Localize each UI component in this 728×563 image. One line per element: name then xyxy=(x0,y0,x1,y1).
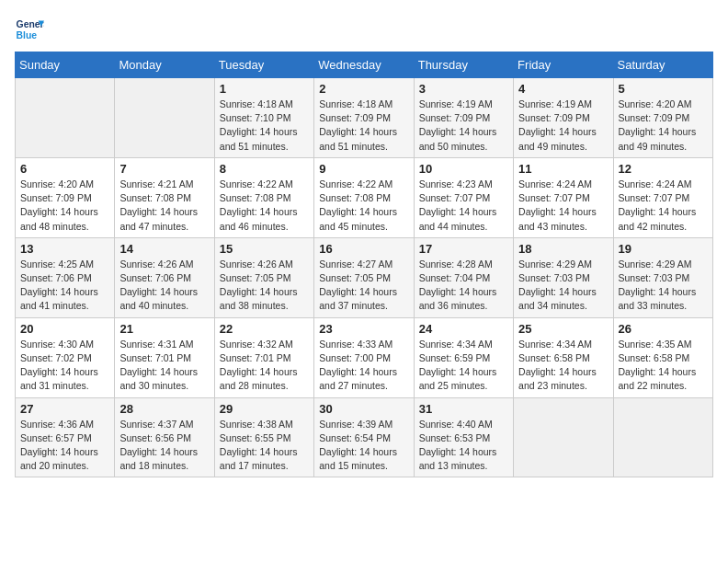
weekday-header-friday: Friday xyxy=(514,52,613,78)
calendar-cell: 10Sunrise: 4:23 AMSunset: 7:07 PMDayligh… xyxy=(414,157,513,237)
calendar-cell: 1Sunrise: 4:18 AMSunset: 7:10 PMDaylight… xyxy=(214,78,313,158)
day-number: 27 xyxy=(20,402,109,416)
logo-icon: General Blue xyxy=(15,15,44,44)
weekday-header-saturday: Saturday xyxy=(613,52,712,78)
day-info: Sunrise: 4:36 AMSunset: 6:57 PMDaylight:… xyxy=(20,418,109,474)
calendar-cell: 22Sunrise: 4:32 AMSunset: 7:01 PMDayligh… xyxy=(214,317,313,397)
calendar-table: SundayMondayTuesdayWednesdayThursdayFrid… xyxy=(15,52,713,477)
week-row-2: 6Sunrise: 4:20 AMSunset: 7:09 PMDaylight… xyxy=(16,157,713,237)
calendar-cell: 6Sunrise: 4:20 AMSunset: 7:09 PMDaylight… xyxy=(16,157,115,237)
calendar-cell: 25Sunrise: 4:34 AMSunset: 6:58 PMDayligh… xyxy=(514,317,613,397)
day-number: 21 xyxy=(119,322,209,336)
calendar-cell: 4Sunrise: 4:19 AMSunset: 7:09 PMDaylight… xyxy=(514,78,613,158)
calendar-cell: 8Sunrise: 4:22 AMSunset: 7:08 PMDaylight… xyxy=(214,157,313,237)
svg-text:Blue: Blue xyxy=(17,30,38,40)
page-header: General Blue xyxy=(15,15,713,44)
calendar-cell: 30Sunrise: 4:39 AMSunset: 6:54 PMDayligh… xyxy=(314,397,414,477)
day-info: Sunrise: 4:22 AMSunset: 7:08 PMDaylight:… xyxy=(220,178,309,234)
day-number: 23 xyxy=(319,322,408,336)
calendar-cell: 28Sunrise: 4:37 AMSunset: 6:56 PMDayligh… xyxy=(115,397,214,477)
calendar-cell xyxy=(115,78,214,158)
day-number: 29 xyxy=(220,402,309,416)
day-number: 9 xyxy=(319,162,408,176)
day-number: 1 xyxy=(220,82,309,96)
logo: General Blue xyxy=(15,15,44,44)
day-info: Sunrise: 4:23 AMSunset: 7:07 PMDaylight:… xyxy=(419,178,508,234)
weekday-header-sunday: Sunday xyxy=(16,52,115,78)
calendar-cell: 2Sunrise: 4:18 AMSunset: 7:09 PMDaylight… xyxy=(314,78,414,158)
day-info: Sunrise: 4:26 AMSunset: 7:06 PMDaylight:… xyxy=(119,258,209,314)
calendar-cell: 15Sunrise: 4:26 AMSunset: 7:05 PMDayligh… xyxy=(214,237,313,317)
day-info: Sunrise: 4:22 AMSunset: 7:08 PMDaylight:… xyxy=(319,178,408,234)
week-row-5: 27Sunrise: 4:36 AMSunset: 6:57 PMDayligh… xyxy=(16,397,713,477)
calendar-cell: 31Sunrise: 4:40 AMSunset: 6:53 PMDayligh… xyxy=(414,397,513,477)
day-info: Sunrise: 4:35 AMSunset: 6:58 PMDaylight:… xyxy=(619,338,708,394)
day-number: 14 xyxy=(119,242,209,256)
day-info: Sunrise: 4:40 AMSunset: 6:53 PMDaylight:… xyxy=(419,418,508,474)
day-number: 5 xyxy=(619,82,708,96)
day-info: Sunrise: 4:21 AMSunset: 7:08 PMDaylight:… xyxy=(119,178,209,234)
day-info: Sunrise: 4:29 AMSunset: 7:03 PMDaylight:… xyxy=(518,258,608,314)
week-row-1: 1Sunrise: 4:18 AMSunset: 7:10 PMDaylight… xyxy=(16,78,713,158)
calendar-cell: 18Sunrise: 4:29 AMSunset: 7:03 PMDayligh… xyxy=(514,237,613,317)
week-row-3: 13Sunrise: 4:25 AMSunset: 7:06 PMDayligh… xyxy=(16,237,713,317)
calendar-cell: 29Sunrise: 4:38 AMSunset: 6:55 PMDayligh… xyxy=(214,397,313,477)
weekday-header-row: SundayMondayTuesdayWednesdayThursdayFrid… xyxy=(16,52,713,78)
day-info: Sunrise: 4:18 AMSunset: 7:10 PMDaylight:… xyxy=(220,98,309,154)
day-number: 28 xyxy=(119,402,209,416)
day-number: 30 xyxy=(319,402,408,416)
weekday-header-wednesday: Wednesday xyxy=(314,52,414,78)
calendar-cell: 23Sunrise: 4:33 AMSunset: 7:00 PMDayligh… xyxy=(314,317,414,397)
calendar-cell xyxy=(16,78,115,158)
calendar-cell: 17Sunrise: 4:28 AMSunset: 7:04 PMDayligh… xyxy=(414,237,513,317)
calendar-cell: 21Sunrise: 4:31 AMSunset: 7:01 PMDayligh… xyxy=(115,317,214,397)
day-number: 6 xyxy=(20,162,109,176)
calendar-cell: 19Sunrise: 4:29 AMSunset: 7:03 PMDayligh… xyxy=(613,237,712,317)
day-info: Sunrise: 4:19 AMSunset: 7:09 PMDaylight:… xyxy=(419,98,508,154)
day-number: 19 xyxy=(619,242,708,256)
day-number: 7 xyxy=(119,162,209,176)
calendar-cell xyxy=(613,397,712,477)
day-number: 24 xyxy=(419,322,508,336)
day-number: 11 xyxy=(518,162,608,176)
calendar-cell: 16Sunrise: 4:27 AMSunset: 7:05 PMDayligh… xyxy=(314,237,414,317)
day-number: 3 xyxy=(419,82,508,96)
calendar-cell: 14Sunrise: 4:26 AMSunset: 7:06 PMDayligh… xyxy=(115,237,214,317)
day-number: 15 xyxy=(220,242,309,256)
calendar-cell: 13Sunrise: 4:25 AMSunset: 7:06 PMDayligh… xyxy=(16,237,115,317)
day-info: Sunrise: 4:26 AMSunset: 7:05 PMDaylight:… xyxy=(220,258,309,314)
day-number: 25 xyxy=(518,322,608,336)
day-info: Sunrise: 4:32 AMSunset: 7:01 PMDaylight:… xyxy=(220,338,309,394)
day-info: Sunrise: 4:25 AMSunset: 7:06 PMDaylight:… xyxy=(20,258,109,314)
day-number: 26 xyxy=(619,322,708,336)
day-number: 12 xyxy=(619,162,708,176)
day-info: Sunrise: 4:39 AMSunset: 6:54 PMDaylight:… xyxy=(319,418,408,474)
day-number: 22 xyxy=(220,322,309,336)
day-number: 20 xyxy=(20,322,109,336)
day-number: 2 xyxy=(319,82,408,96)
calendar-cell xyxy=(514,397,613,477)
day-info: Sunrise: 4:27 AMSunset: 7:05 PMDaylight:… xyxy=(319,258,408,314)
day-number: 4 xyxy=(518,82,608,96)
week-row-4: 20Sunrise: 4:30 AMSunset: 7:02 PMDayligh… xyxy=(16,317,713,397)
day-info: Sunrise: 4:31 AMSunset: 7:01 PMDaylight:… xyxy=(119,338,209,394)
calendar-cell: 12Sunrise: 4:24 AMSunset: 7:07 PMDayligh… xyxy=(613,157,712,237)
day-number: 17 xyxy=(419,242,508,256)
calendar-cell: 11Sunrise: 4:24 AMSunset: 7:07 PMDayligh… xyxy=(514,157,613,237)
day-info: Sunrise: 4:34 AMSunset: 6:58 PMDaylight:… xyxy=(518,338,608,394)
day-info: Sunrise: 4:19 AMSunset: 7:09 PMDaylight:… xyxy=(518,98,608,154)
day-info: Sunrise: 4:20 AMSunset: 7:09 PMDaylight:… xyxy=(20,178,109,234)
calendar-cell: 24Sunrise: 4:34 AMSunset: 6:59 PMDayligh… xyxy=(414,317,513,397)
day-info: Sunrise: 4:20 AMSunset: 7:09 PMDaylight:… xyxy=(619,98,708,154)
day-info: Sunrise: 4:24 AMSunset: 7:07 PMDaylight:… xyxy=(619,178,708,234)
weekday-header-tuesday: Tuesday xyxy=(214,52,313,78)
calendar-cell: 7Sunrise: 4:21 AMSunset: 7:08 PMDaylight… xyxy=(115,157,214,237)
day-info: Sunrise: 4:28 AMSunset: 7:04 PMDaylight:… xyxy=(419,258,508,314)
day-number: 13 xyxy=(20,242,109,256)
day-info: Sunrise: 4:38 AMSunset: 6:55 PMDaylight:… xyxy=(220,418,309,474)
day-info: Sunrise: 4:18 AMSunset: 7:09 PMDaylight:… xyxy=(319,98,408,154)
calendar-cell: 20Sunrise: 4:30 AMSunset: 7:02 PMDayligh… xyxy=(16,317,115,397)
day-number: 10 xyxy=(419,162,508,176)
calendar-cell: 26Sunrise: 4:35 AMSunset: 6:58 PMDayligh… xyxy=(613,317,712,397)
day-number: 16 xyxy=(319,242,408,256)
